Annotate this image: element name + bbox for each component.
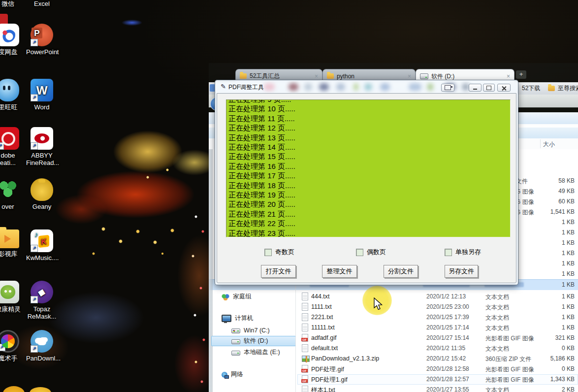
file-row-adfadf.gif[interactable]: adfadf.gif2020/1/27 15:14光影看图 GIF 图像321 …: [297, 333, 578, 343]
desktop-icon-wangwang[interactable]: 里旺旺: [0, 79, 24, 111]
desktop-icon-kwmusic[interactable]: ↗KwMusic....: [26, 229, 58, 261]
desktop-icon-baidu-pan[interactable]: 度网盘: [0, 24, 24, 56]
file-row-1111.txt[interactable]: 1111.txt2020/1/25 23:00文本文档1 KB: [297, 302, 578, 312]
checkbox-group-奇数页[interactable]: 奇数页: [264, 248, 294, 257]
new-tab-button[interactable]: +: [516, 70, 526, 79]
magic-icon: ↗: [0, 330, 19, 353]
shortcut-arrow-icon: ↗: [31, 296, 38, 303]
titlebar-reflection-blob: [380, 83, 390, 91]
tab-close-button[interactable]: ×: [408, 73, 411, 80]
checkbox-奇数页[interactable]: [264, 249, 272, 256]
desktop-icon-label: Topaz: [26, 305, 58, 313]
file-date: 2020/1/28 12:57: [426, 376, 469, 383]
tab-close-button[interactable]: ×: [315, 73, 318, 80]
titlebar-reflection-blob: [304, 83, 312, 91]
desktop-icon-label: eati...: [0, 159, 24, 166]
file-row-PDF处理.gif[interactable]: PDF处理.gif2020/1/28 12:58光影看图 GIF 图像0 KB: [297, 364, 578, 374]
processing-log-list[interactable]: 正在处理第 9 页.....正在处理第 10 页.....正在处理第 11 页.…: [226, 99, 511, 237]
desktop-icon-label: PanDownl...: [26, 355, 58, 362]
log-line: 正在处理第 9 页.....: [228, 99, 510, 104]
checkbox-group-单独另存[interactable]: 单独另存: [445, 248, 481, 257]
maximize-button[interactable]: [483, 84, 495, 92]
network-icon: [222, 372, 227, 378]
dialog-button-整理文件[interactable]: 整理文件: [322, 265, 357, 278]
file-name: 2221.txt: [311, 314, 333, 321]
sidebar-item-网络[interactable]: 网络: [222, 369, 243, 380]
desktop-icon-geany[interactable]: Geany: [26, 178, 58, 210]
file-row-PanDownload_v2.1.3.zip[interactable]: PanDownload_v2.1.3.zip2020/1/2 15:42360压…: [297, 354, 578, 364]
sidebar-item-本地磁盘 (E:)[interactable]: 本地磁盘 (E:): [231, 347, 280, 358]
file-row-PDF处理1.gif[interactable]: PDF处理1.gif2020/1/28 12:57光影看图 GIF 图像1,34…: [297, 374, 578, 385]
sidebar-item-label: Win7 (C:): [244, 327, 270, 334]
sidebar-item-家庭组[interactable]: 家庭组: [222, 292, 252, 302]
dialog-button-分割文件[interactable]: 分割文件: [384, 265, 418, 278]
desktop-icon-label: ABBYY: [26, 152, 58, 159]
file-row-样本1.txt[interactable]: 样本1.txt2020/1/27 13:55文本文档2 KB: [297, 385, 578, 392]
desktop-icon-wechat[interactable]: 微信: [0, 0, 24, 7]
gif-file-icon: [302, 365, 308, 373]
desktop-icon-health[interactable]: 健康精灵: [0, 281, 24, 313]
file-type-fragment: G 图像: [516, 198, 534, 206]
sidebar-item-Win7 (C:)[interactable]: Win7 (C:): [231, 325, 270, 335]
column-separator[interactable]: [540, 139, 541, 148]
desktop-icon-word[interactable]: ↗Word: [26, 79, 58, 111]
file-type: 文本文档: [485, 314, 509, 322]
desktop-icon-topaz[interactable]: ↗TopazReMask...: [26, 281, 58, 320]
sidebar-item-计算机[interactable]: 计算机: [222, 313, 254, 324]
desktop-icon-pandownload[interactable]: ↗PanDownl...: [26, 330, 58, 362]
favorite-52下载[interactable]: 52下载: [522, 84, 540, 93]
minimize-button[interactable]: [469, 84, 482, 92]
file-date: 2020/1/25 23:00: [426, 303, 469, 310]
dialog-button-打开文件[interactable]: 打开文件: [261, 265, 296, 278]
file-row-444.txt[interactable]: 444.txt2020/1/2 12:13文本文档1 KB: [297, 292, 578, 302]
desktop-icon-clover[interactable]: over: [0, 178, 24, 210]
file-type: 360压缩 ZIP 文件: [485, 355, 531, 363]
file-size: 1,343 KB: [550, 376, 575, 383]
sidebar-item-软件 (D:)[interactable]: 软件 (D:): [231, 336, 268, 346]
gif-file-icon: [302, 334, 308, 342]
file-date: 2020/1/2 12:13: [426, 293, 466, 300]
shortcut-arrow-icon: ↗: [0, 344, 5, 351]
titlebar-reflection-blob: [427, 83, 433, 91]
tab-label: 软件 (D:): [431, 72, 504, 81]
favorite-partial-icon: [210, 84, 215, 92]
size-column-header[interactable]: 大小: [543, 140, 555, 149]
checkbox-偶数页[interactable]: [356, 249, 363, 256]
file-type: 文本文档: [485, 386, 509, 392]
titlebar-reflection-blob: [289, 83, 298, 91]
word-icon: ↗: [31, 79, 53, 101]
pin-window-button[interactable]: [441, 84, 454, 92]
desktop-icon-label: Geany: [26, 203, 58, 210]
file-size: 49 KB: [558, 188, 575, 195]
txt-file-icon: [302, 313, 308, 321]
desktop-icon-powerpoint[interactable]: ↗PowerPoint: [26, 24, 58, 56]
file-type: 光影看图 GIF 图像: [485, 334, 534, 343]
titlebar-reflection-blob: [264, 83, 275, 91]
file-size: 58 KB: [558, 177, 575, 184]
shortcut-arrow-icon: ↗: [31, 245, 38, 252]
dialog-titlebar[interactable]: ✎ PDF调整工具: [217, 81, 516, 93]
desktop-icon-excel[interactable]: Excel: [26, 0, 58, 7]
folder-media-icon: [0, 229, 19, 248]
tab-label: python: [337, 73, 405, 80]
desktop-icon-abbyy[interactable]: ↗ABBYYFineRead...: [26, 127, 58, 166]
file-row-default.txt[interactable]: default.txt2020/1/2 11:35文本文档0 KB: [297, 343, 578, 354]
file-row-2221.txt[interactable]: 2221.txt2020/1/25 17:39文本文档1 KB: [297, 312, 578, 323]
file-date: 2020/1/2 15:42: [426, 355, 466, 362]
close-button[interactable]: [497, 84, 511, 92]
dialog-button-另存文件[interactable]: 另存文件: [445, 265, 478, 278]
checkbox-group-偶数页[interactable]: 偶数页: [356, 248, 386, 257]
tab-close-button[interactable]: ×: [507, 73, 510, 80]
sidebar-item-label: 本地磁盘 (E:): [244, 348, 280, 357]
desktop-icon-adobe-creative[interactable]: ↗dobeeati...: [0, 127, 24, 166]
checkbox-单独另存[interactable]: [445, 249, 452, 256]
log-line: 正在处理第 20 页.....: [228, 199, 510, 209]
maximize-icon: [486, 86, 491, 90]
file-row-11111.txt[interactable]: 11111.txt2020/1/25 17:14文本文档1 KB: [297, 323, 578, 333]
drive-icon: [231, 339, 240, 344]
desktop-icon-magic[interactable]: ↗魔术手: [0, 330, 24, 362]
log-line: 正在处理第 14 页.....: [228, 142, 510, 152]
desktop-icon-folder-media[interactable]: 影视库: [0, 229, 24, 258]
file-name: 样本1.txt: [311, 386, 335, 392]
favorite-至尊搜索[interactable]: 至尊搜索: [548, 84, 578, 93]
